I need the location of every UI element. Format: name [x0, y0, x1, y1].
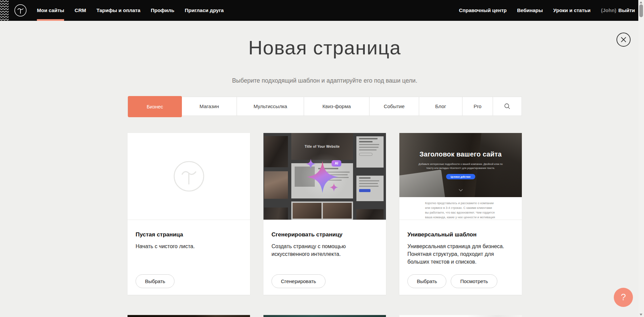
scroll-down-arrow-icon[interactable] — [640, 314, 642, 316]
logout-link[interactable]: Выйти — [618, 0, 635, 21]
preview-thumbnail — [291, 201, 353, 220]
user-name: (John) — [601, 0, 616, 21]
main-nav: Мои сайты CRM Тарифы и оплата Профиль Пр… — [37, 0, 224, 21]
card-body: Универсальный шаблон Универсальная стран… — [399, 220, 522, 295]
hero-title: Заголовок вашего сайта — [399, 150, 522, 158]
universal-template-preview: Заголовок вашего сайта Добавьте интересн… — [399, 133, 522, 220]
card-title: Сгенерировать страницу — [271, 231, 378, 238]
preview-thumbnail — [356, 176, 384, 201]
view-button[interactable]: Посмотреть — [451, 274, 497, 288]
nav-tariffs[interactable]: Тарифы и оплата — [96, 0, 140, 21]
page-scrollbar[interactable] — [638, 0, 644, 317]
preview-thumbnail — [356, 209, 384, 220]
template-cards-grid: Пустая страница Начать с чистого листа. … — [128, 133, 522, 295]
close-button[interactable] — [616, 33, 631, 47]
card-preview-partial[interactable] — [128, 315, 250, 317]
chevron-down-icon — [459, 187, 462, 191]
preview-thumbnail — [264, 171, 288, 199]
ai-badge: AI — [332, 160, 341, 167]
card-universal-template[interactable]: Заголовок вашего сайта Добавьте интересн… — [399, 133, 522, 295]
nav-lessons[interactable]: Уроки и статьи — [553, 0, 591, 21]
card-blank-page[interactable]: Пустая страница Начать с чистого листа. … — [128, 133, 250, 295]
search-icon — [504, 103, 510, 109]
zigzag-pattern-icon — [0, 0, 9, 21]
tilda-watermark-icon — [173, 160, 205, 192]
template-body-text: Коротко представьтесь и расскажите о ком… — [425, 201, 496, 220]
card-preview-partial[interactable] — [399, 315, 522, 317]
user-account: (John) Выйти — [601, 0, 635, 21]
tab-store[interactable]: Магазин — [182, 97, 237, 116]
tilda-logo-icon[interactable] — [14, 4, 27, 17]
question-icon: ? — [621, 292, 626, 303]
hero-laptop-shape — [399, 170, 446, 197]
tab-business[interactable]: Бизнес — [128, 96, 182, 117]
card-body: Сгенерировать страницу Создать страницу … — [263, 220, 386, 295]
card-title: Универсальный шаблон — [407, 231, 514, 238]
tab-multilink[interactable]: Мультиссылка — [237, 97, 304, 116]
select-button[interactable]: Выбрать — [136, 274, 175, 288]
nav-invite-friend[interactable]: Пригласи друга — [185, 0, 224, 21]
sparkle-small-icon — [330, 183, 338, 192]
blank-page-preview — [128, 133, 250, 220]
card-description: Универсальная страница для бизнеса. Поня… — [407, 242, 508, 266]
nav-help-center[interactable]: Справочный центр — [459, 0, 506, 21]
tab-pro[interactable]: Pro — [462, 97, 493, 116]
template-hero: Заголовок вашего сайта Добавьте интересн… — [399, 133, 522, 197]
page-subtitle: Выберите подходящий шаблон и адаптируйте… — [128, 77, 522, 84]
hero-subtitle: Добавьте интересные подробности о вашей … — [418, 162, 503, 170]
card-ai-generate[interactable]: Title of Your Website — [263, 133, 386, 295]
template-category-tabs: Бизнес Магазин Мультиссылка Квиз-форма С… — [128, 97, 522, 116]
preview-thumbnail — [356, 136, 384, 168]
card-description: Создать страницу с помощью искусственног… — [271, 242, 365, 258]
preview-site-title: Title of Your Website — [305, 145, 340, 148]
nav-profile[interactable]: Профиль — [151, 0, 174, 21]
ai-preview: Title of Your Website — [263, 133, 386, 220]
generate-button[interactable]: Сгенерировать — [271, 274, 326, 288]
tab-blog[interactable]: Блог — [419, 97, 462, 116]
scrollbar-thumb[interactable] — [639, 4, 643, 17]
preview-thumbnail — [264, 208, 288, 220]
card-preview-partial[interactable] — [263, 315, 386, 317]
hero-cta-button: Целевое действие — [446, 174, 476, 179]
card-description: Начать с чистого листа. — [136, 242, 236, 250]
card-title: Пустая страница — [136, 231, 242, 238]
close-icon — [621, 37, 627, 43]
preview-thumbnail — [264, 136, 288, 167]
help-button[interactable]: ? — [614, 288, 633, 307]
tab-quiz-form[interactable]: Квиз-форма — [304, 97, 369, 116]
scroll-up-arrow-icon[interactable] — [640, 1, 642, 3]
card-body: Пустая страница Начать с чистого листа. … — [128, 220, 250, 295]
secondary-nav: Справочный центр Вебинары Уроки и статьи… — [459, 0, 635, 21]
next-row-cards — [128, 315, 522, 317]
tab-search[interactable] — [493, 97, 522, 116]
tab-event[interactable]: Событие — [369, 97, 419, 116]
select-button[interactable]: Выбрать — [407, 274, 446, 288]
nav-my-sites[interactable]: Мои сайты — [37, 0, 64, 21]
nav-crm[interactable]: CRM — [75, 0, 86, 21]
page-title: Новая страница — [128, 36, 522, 59]
nav-webinars[interactable]: Вебинары — [517, 0, 543, 21]
top-header: Мои сайты CRM Тарифы и оплата Профиль Пр… — [0, 0, 638, 21]
